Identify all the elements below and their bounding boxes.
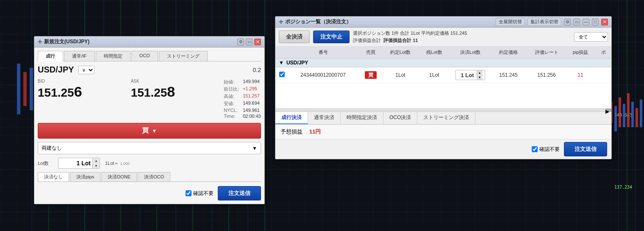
panel-controls: ⚙ ▭ ✕ bbox=[237, 39, 261, 45]
order-send-button[interactable]: 注文送信 bbox=[218, 186, 261, 200]
lot-max-value: 1,000 bbox=[120, 161, 130, 166]
ryodatenashi-label: 両建なし bbox=[42, 145, 62, 152]
close-icon[interactable]: ✕ bbox=[254, 39, 261, 45]
buy-label: 買 bbox=[142, 126, 149, 135]
time-value: 02:00:43 bbox=[243, 114, 261, 119]
buy-dropdown-arrow: ▼ bbox=[152, 128, 157, 134]
stab-kessemai[interactable]: 決済なし bbox=[38, 172, 69, 181]
pos-stab-oco[interactable]: OCO決済 bbox=[383, 112, 417, 124]
nycl-label: NYCL: bbox=[224, 108, 242, 113]
th-kakutei-price: 約定価格 bbox=[489, 48, 527, 56]
cancel-order-button[interactable]: 注文中止 bbox=[313, 31, 350, 43]
tab-jikantei[interactable]: 時間指定 bbox=[96, 51, 130, 61]
cancel-order-label: 注文中止 bbox=[320, 33, 342, 40]
confirm-checkbox-input[interactable] bbox=[186, 190, 192, 196]
confirm-checkbox-label[interactable]: 確認不要 bbox=[186, 190, 214, 197]
profit-label: 予想損益 bbox=[280, 128, 303, 136]
pos-data-row: 2434400012000707 買 1Lot 1Lot 1 Lot ▲ ▼ 1… bbox=[275, 67, 611, 83]
settlement-lot-up[interactable]: ▲ bbox=[477, 70, 483, 75]
row-zandaka-lot: 1Lot bbox=[417, 71, 451, 79]
pos-empty-area bbox=[275, 83, 611, 109]
stab-kesseoco[interactable]: 決済OCO bbox=[138, 172, 170, 181]
resize-icon[interactable]: ▭ bbox=[246, 39, 253, 45]
th-settlement-lot: 決済Lot数 bbox=[451, 48, 489, 56]
all-close-button[interactable]: 全決済 bbox=[279, 31, 310, 43]
lot-input[interactable] bbox=[58, 159, 92, 168]
pos-scroll-thumb[interactable]: ▶ bbox=[605, 109, 611, 112]
takane-label: 高値: bbox=[224, 93, 242, 100]
tab-nariyuki[interactable]: 成行 bbox=[38, 51, 63, 61]
confirm-row: 確認不要 注文送信 bbox=[38, 186, 261, 200]
pos-stab-streaming[interactable]: ストリーミング決済 bbox=[417, 112, 475, 124]
profit-value: 11円 bbox=[309, 128, 321, 136]
ryodatenashi-arrow: ▼ bbox=[252, 145, 257, 151]
hajime-label: 始値: bbox=[224, 79, 242, 85]
pos-confirm-label-text: 確認不要 bbox=[539, 146, 560, 153]
ryodatenashi-select[interactable]: 両建なし ▼ bbox=[38, 142, 261, 154]
takane-value: 151.257 bbox=[243, 93, 261, 100]
position-title: ✛ ポジション一覧（決済注文） bbox=[279, 18, 351, 25]
th-extra: ポ bbox=[595, 48, 611, 56]
ask-label: ASK bbox=[131, 79, 216, 83]
pos-group-row: ▼ USD/JPY bbox=[275, 58, 611, 67]
tab-streaming[interactable]: ストリーミング bbox=[159, 51, 208, 61]
lot-input-group: ▲ ▼ bbox=[58, 158, 100, 169]
pos-drag-icon: ✛ bbox=[279, 19, 283, 25]
pos-order-send-button[interactable]: 注文送信 bbox=[564, 142, 607, 156]
lot-down-btn[interactable]: ▼ bbox=[93, 163, 100, 168]
pos-scroll-track bbox=[275, 108, 605, 111]
tab-oco[interactable]: OCO bbox=[131, 51, 158, 61]
summary-toggle-btn[interactable]: 集計表示切替 bbox=[527, 18, 561, 26]
pos-stab-nariyuki[interactable]: 成行決済 bbox=[275, 112, 308, 124]
maehihi-value: +1.295 bbox=[243, 86, 261, 92]
hajime-value: 149.994 bbox=[243, 79, 261, 85]
maehihi-label: 前日比: bbox=[224, 86, 242, 92]
new-order-title-text: 新規注文(USD/JPY) bbox=[44, 38, 89, 45]
svg-rect-38 bbox=[619, 97, 621, 127]
lot-unit: 1Lot＝ 1,000 bbox=[105, 160, 130, 167]
settlement-lot-input-group: 1 Lot ▲ ▼ bbox=[455, 70, 485, 80]
row-kakutei-lot: 1Lot bbox=[383, 71, 417, 79]
stab-kessedon[interactable]: 決済DONE bbox=[101, 172, 137, 181]
row-checkbox-cell[interactable] bbox=[275, 71, 288, 79]
position-panel-header: ✛ ポジション一覧（決済注文） 全展開切替 集計表示切替 ⚙ ▭ — □ ✕ bbox=[275, 17, 611, 28]
pos-bottom-bar: 確認不要 注文送信 bbox=[275, 139, 611, 159]
pos-info-line2: 評価損益合計 評価損益合計 11 bbox=[353, 37, 571, 44]
pos-settings-icon[interactable]: ⚙ bbox=[564, 19, 571, 25]
pos-minimize-icon[interactable]: — bbox=[583, 19, 589, 25]
settlement-lot-down[interactable]: ▼ bbox=[477, 75, 483, 80]
time-label: Time: bbox=[224, 114, 242, 119]
order-send-label: 注文送信 bbox=[228, 190, 250, 196]
settlement-tabs: 決済なし 決済pips 決済DONE 決済OCO bbox=[38, 172, 261, 182]
th-checkbox bbox=[275, 48, 288, 56]
symbol-dropdown[interactable]: ∨ bbox=[78, 66, 94, 74]
lot-row: Lot数 ▲ ▼ 1Lot＝ 1,000 bbox=[38, 158, 261, 169]
pos-info-line1: 選択ポジション数 1件 合計 1Lot 平均約定価格 151.245 bbox=[353, 30, 571, 36]
pos-stab-tsujo[interactable]: 通常決済 bbox=[308, 112, 341, 124]
pos-maximize-icon[interactable]: □ bbox=[592, 19, 599, 25]
lot-up-btn[interactable]: ▲ bbox=[93, 158, 100, 163]
settings-icon[interactable]: ⚙ bbox=[237, 39, 244, 45]
ask-value: 151.258 bbox=[131, 84, 216, 99]
pos-header-right: 全展開切替 集計表示切替 ⚙ ▭ — □ ✕ bbox=[496, 18, 608, 26]
pos-stab-jikantei[interactable]: 時間指定決済 bbox=[341, 112, 383, 124]
pos-filter-select[interactable]: 全て bbox=[574, 32, 608, 42]
nycl-value: 149.961 bbox=[243, 108, 261, 113]
pos-confirm-checkbox-label[interactable]: 確認不要 bbox=[532, 146, 560, 153]
pos-menu-icon[interactable]: ▭ bbox=[573, 19, 580, 25]
drag-icon: ✛ bbox=[38, 39, 42, 45]
buy-button[interactable]: 買 ▼ bbox=[38, 123, 261, 139]
yasune-label: 安値: bbox=[224, 100, 242, 107]
pos-scrollbar[interactable]: ▶ bbox=[275, 109, 611, 112]
pos-confirm-checkbox[interactable] bbox=[532, 146, 538, 152]
svg-rect-37 bbox=[614, 106, 617, 131]
ask-side: ASK 151.258 bbox=[131, 79, 216, 99]
pos-close-icon[interactable]: ✕ bbox=[601, 19, 608, 25]
lot-row-label: Lot数 bbox=[38, 160, 55, 167]
stab-kessepips[interactable]: 決済pips bbox=[70, 172, 100, 181]
all-expand-btn[interactable]: 全展開切替 bbox=[496, 18, 525, 26]
new-order-body: 成行 通常/IF 時間指定 OCO ストリーミング USD/JPY ∨ 0.2 … bbox=[34, 47, 264, 204]
tab-tsujyo[interactable]: 通常/IF bbox=[64, 51, 95, 61]
row-checkbox[interactable] bbox=[279, 72, 285, 77]
row-kakutei-price: 151.245 bbox=[489, 71, 527, 79]
